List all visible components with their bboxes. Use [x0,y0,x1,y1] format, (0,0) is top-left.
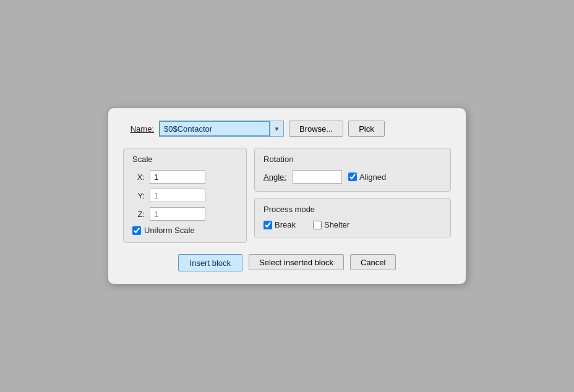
name-row: Name: ▼ Browse... Pick [123,121,451,137]
scale-title: Scale [132,155,238,164]
shelter-wrap: Shelter [313,220,349,229]
pick-button[interactable]: Pick [348,121,385,137]
cancel-button[interactable]: Cancel [350,254,396,270]
scale-z-row: Z: [132,207,238,221]
scale-x-row: X: [132,170,238,184]
uniform-scale-checkbox[interactable] [132,226,141,235]
angle-row: Angle: Aligned [263,170,442,184]
aligned-checkbox[interactable] [348,173,357,181]
insert-block-button[interactable]: Insert block [178,254,242,271]
name-label: Name: [123,124,154,134]
process-mode-row: Break Shelter [263,220,442,229]
scale-box: Scale X: Y: Z: Uniform Scale [123,148,247,243]
select-inserted-block-button[interactable]: Select inserted block [249,254,344,270]
uniform-scale-label: Uniform Scale [144,226,195,235]
browse-button[interactable]: Browse... [289,121,343,137]
scale-y-input[interactable] [150,189,205,202]
angle-input[interactable] [293,170,342,184]
break-label: Break [275,220,296,229]
process-mode-box: Process mode Break Shelter [254,198,451,237]
break-wrap: Break [263,220,296,229]
uniform-scale-row: Uniform Scale [132,226,238,235]
scale-y-row: Y: [132,189,238,202]
rotation-title: Rotation [263,155,442,164]
z-label: Z: [132,210,145,219]
main-content-row: Scale X: Y: Z: Uniform Scale Rota [123,148,451,243]
x-label: X: [132,173,145,182]
scale-x-input[interactable] [150,170,205,184]
shelter-checkbox[interactable] [313,221,322,229]
process-mode-title: Process mode [263,205,442,214]
y-label: Y: [132,191,145,200]
aligned-wrap: Aligned [348,173,386,182]
bottom-buttons-row: Insert block Select inserted block Cance… [123,254,451,271]
name-dropdown-button[interactable]: ▼ [270,121,284,137]
name-input[interactable] [159,121,270,137]
scale-z-input[interactable] [150,207,205,221]
rotation-box: Rotation Angle: Aligned [254,148,451,192]
insert-block-dialog: Name: ▼ Browse... Pick Scale X: Y: [108,108,466,284]
angle-label: Angle: [263,173,286,182]
aligned-label: Aligned [359,173,386,182]
name-input-wrap: ▼ [159,121,284,137]
dropdown-arrow-icon: ▼ [274,126,280,132]
break-checkbox[interactable] [263,221,272,229]
shelter-label: Shelter [324,220,349,229]
right-column: Rotation Angle: Aligned Process mode [254,148,451,243]
